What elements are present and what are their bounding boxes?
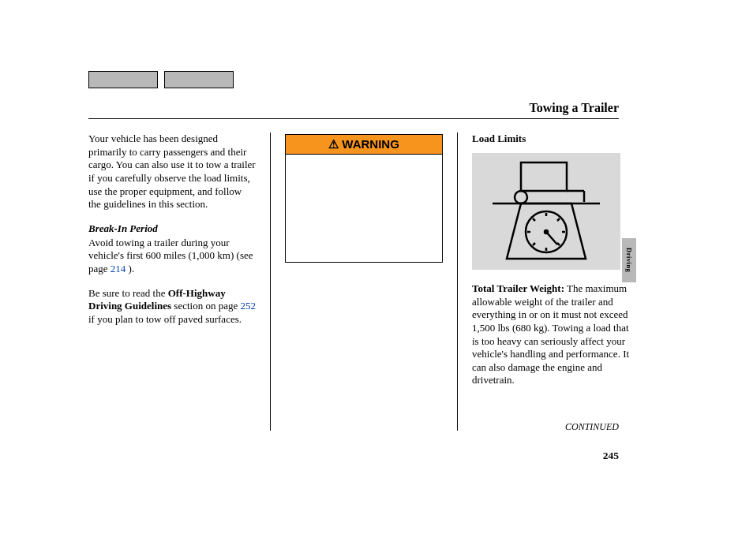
side-tab-driving[interactable]: Driving: [622, 238, 636, 282]
trailer-weight-text: The maximum allowable weight of the trai…: [472, 282, 629, 386]
warning-header: ⚠︎ WARNING: [286, 135, 442, 155]
warning-label: WARNING: [342, 137, 399, 151]
warning-box: ⚠︎ WARNING: [285, 134, 443, 263]
page-link-252[interactable]: 252: [240, 300, 256, 312]
break-in-heading: Break-In Period: [88, 222, 256, 235]
top-tabs-row: [88, 71, 234, 88]
svg-line-16: [533, 243, 535, 245]
svg-line-13: [557, 218, 560, 221]
top-tab-2[interactable]: [164, 71, 234, 88]
off-highway-paragraph: Be sure to read the Off-Highway Driving …: [88, 287, 256, 327]
offhwy-text-c: if you plan to tow off paved surfaces.: [88, 313, 242, 325]
title-rule: [88, 118, 619, 119]
top-tab-1[interactable]: [88, 71, 158, 88]
intro-paragraph: Your vehicle has been designed primarily…: [88, 133, 256, 211]
svg-rect-0: [521, 162, 567, 191]
column-3: Load Limits: [472, 133, 630, 431]
column-separator-1: [270, 133, 271, 431]
trailer-weight-bold: Total Trailer Weight:: [472, 282, 564, 294]
column-2: ⚠︎ WARNING: [285, 133, 443, 431]
svg-line-8: [546, 232, 557, 245]
svg-line-15: [557, 243, 560, 245]
manual-page: Towing a Trailer Your vehicle has been d…: [0, 0, 753, 560]
scale-diagram-icon: [480, 156, 613, 267]
load-limits-heading: Load Limits: [472, 133, 630, 145]
page-title: Towing a Trailer: [530, 101, 620, 115]
offhwy-text-b: section on page: [171, 300, 240, 312]
offhwy-text-a: Be sure to read the: [88, 287, 168, 299]
break-in-paragraph: Avoid towing a trailer during your vehic…: [88, 237, 256, 276]
trailer-weight-paragraph: Total Trailer Weight: The maximum allowa…: [472, 282, 630, 387]
page-number: 245: [603, 450, 619, 462]
breakin-text-b: ).: [126, 263, 134, 274]
content-columns: Your vehicle has been designed primarily…: [88, 133, 630, 431]
continued-label: CONTINUED: [565, 421, 619, 433]
warning-triangle-icon: ⚠︎: [328, 137, 339, 151]
scale-diagram-container: [472, 153, 620, 270]
warning-body: [286, 155, 442, 262]
side-tab-label: Driving: [625, 248, 633, 272]
svg-point-3: [515, 191, 527, 203]
page-link-214[interactable]: 214: [111, 263, 126, 274]
column-1: Your vehicle has been designed primarily…: [88, 133, 256, 431]
svg-line-14: [533, 218, 535, 221]
column-separator-2: [457, 133, 458, 431]
